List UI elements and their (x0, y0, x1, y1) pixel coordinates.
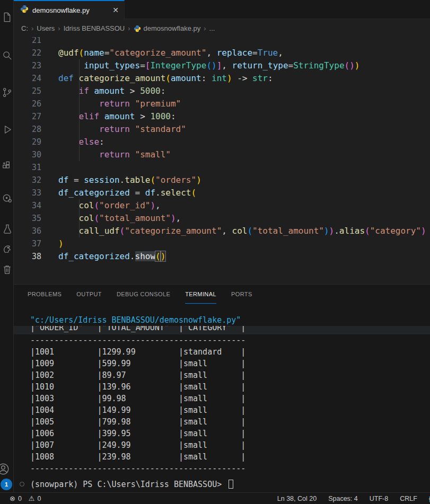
breadcrumb-item[interactable]: ... (209, 24, 215, 32)
problems-status[interactable]: ⊗ 0 ⚠ 0 (10, 494, 41, 502)
breadcrumb-item[interactable]: C: (21, 24, 28, 32)
extensions-icon[interactable] (0, 158, 14, 173)
code-line[interactable]: 25 if amount > 5000: (14, 85, 430, 98)
line-number[interactable]: 32 (14, 174, 41, 187)
warning-icon: ⚠ (29, 494, 35, 502)
line-number[interactable]: 25 (14, 85, 41, 98)
code-line[interactable]: 32df = session.table("orders") (14, 174, 430, 187)
line-number[interactable]: 27 (14, 110, 41, 123)
run-and-debug-icon[interactable] (0, 122, 14, 137)
status-spaces-4[interactable]: Spaces: 4 (328, 495, 358, 502)
code-text: df = session.table("orders") (58, 174, 201, 187)
breadcrumb-separator-icon: › (204, 24, 206, 32)
breadcrumb-separator-icon: › (58, 24, 60, 32)
line-number[interactable]: 35 (14, 212, 41, 225)
notification-badge[interactable]: 1 (1, 479, 12, 490)
python-icon (20, 5, 29, 15)
code-editor[interactable]: 2122@udf(name="categorize_amount", repla… (14, 37, 430, 284)
line-number[interactable]: 29 (14, 136, 41, 148)
code-line[interactable]: 29 else: (14, 136, 430, 148)
terminal-table-row: |1007 |249.99 |small | (14, 439, 430, 451)
code-line[interactable]: 34 col("order_id"), (14, 199, 430, 212)
code-line[interactable]: 23 input_types=[IntegerType()], return_t… (14, 59, 430, 72)
panel-tab-output[interactable]: OUTPUT (76, 285, 102, 304)
code-line[interactable]: 21 (14, 37, 430, 47)
python-icon (134, 25, 141, 34)
line-number[interactable]: 33 (14, 187, 41, 199)
terminal-prompt[interactable]: (snowpark) PS C:\Users\Idriss BENBASSOU> (14, 479, 430, 490)
line-number[interactable]: 36 (14, 225, 41, 237)
terminal-table-row: |1001 |1299.99 |standard | (14, 346, 430, 358)
line-number[interactable]: 34 (14, 199, 41, 212)
account-icon[interactable] (0, 462, 10, 478)
code-line[interactable]: 30 return "small" (14, 148, 430, 161)
code-line[interactable]: 37) (14, 237, 430, 250)
terminal-table-row: |1008 |239.98 |small | (14, 451, 430, 463)
terminal-table-row: |1005 |799.98 |small | (14, 416, 430, 428)
code-line[interactable]: 38df_categorized.show() (14, 250, 430, 263)
close-tab-icon[interactable]: ✕ (112, 6, 119, 14)
breadcrumb-separator-icon: › (128, 24, 130, 32)
code-text: else: (58, 136, 104, 148)
code-text: call_udf("categorize_amount", col("total… (58, 225, 426, 237)
code-line[interactable]: 35 col("total_amount"), (14, 212, 430, 225)
breadcrumb-item[interactable]: demosnowflake.py (144, 24, 201, 32)
line-number[interactable]: 38 (14, 250, 41, 263)
panel-tab-terminal[interactable]: TERMINAL (185, 285, 216, 304)
status-crlf[interactable]: CRLF (400, 495, 417, 502)
code-line[interactable]: 28 return "standard" (14, 123, 430, 136)
line-number[interactable]: 24 (14, 72, 41, 85)
panel-tab-problems[interactable]: PROBLEMS (28, 285, 62, 304)
search-icon[interactable] (0, 48, 14, 63)
command-decoration-icon (20, 482, 24, 487)
code-line[interactable]: 26 return "premium" (14, 98, 430, 110)
panel-tabs: PROBLEMSOUTPUTDEBUG CONSOLETERMINALPORTS (14, 285, 430, 304)
ai-assistant-icon[interactable] (0, 242, 14, 257)
code-line[interactable]: 36 call_udf("categorize_amount", col("to… (14, 225, 430, 237)
error-count: 0 (18, 495, 22, 502)
tab-title: demosnowflake.py (32, 6, 90, 14)
code-line[interactable]: 24def categorize_amount(amount: int) -> … (14, 72, 430, 85)
code-text: input_types=[IntegerType()], return_type… (58, 59, 359, 72)
code-text: col("total_amount"), (58, 212, 181, 225)
terminal-table-row: |1010 |139.96 |small | (14, 381, 430, 393)
code-line[interactable]: 31 (14, 161, 430, 174)
trash-icon[interactable] (0, 262, 14, 277)
tab-demosnowflake[interactable]: demosnowflake.py ✕ (14, 0, 125, 19)
code-text: col("order_id"), (58, 199, 161, 212)
panel-tab-ports[interactable]: PORTS (231, 285, 252, 304)
indent-guide (79, 59, 80, 161)
terminal-table-divider: ----------------------------------------… (14, 463, 430, 474)
error-icon: ⊗ (10, 494, 15, 502)
terminal-table-row: |1002 |89.97 |small | (14, 369, 430, 381)
testing-icon[interactable] (0, 222, 14, 236)
line-number[interactable]: 30 (14, 148, 41, 161)
tab-bar: demosnowflake.py ✕ (14, 0, 430, 19)
line-number[interactable]: 21 (14, 37, 41, 47)
code-line[interactable]: 27 elif amount > 1000: (14, 110, 430, 123)
terminal-script-path: "c:/Users/Idriss BENBASSOU/demosnowflake… (14, 314, 430, 326)
line-number[interactable]: 26 (14, 98, 41, 110)
status-utf-8[interactable]: UTF-8 (370, 495, 388, 502)
line-number[interactable]: 23 (14, 59, 41, 72)
line-number[interactable]: 31 (14, 161, 41, 174)
terminal-table-row: |1006 |399.95 |small | (14, 428, 430, 439)
source-control-icon[interactable] (0, 85, 14, 100)
line-number[interactable]: 28 (14, 123, 41, 136)
terminal[interactable]: "c:/Users/Idriss BENBASSOU/demosnowflake… (14, 304, 430, 493)
code-line[interactable]: 33df_categorized = df.select( (14, 187, 430, 199)
code-text: elif amount > 1000: (58, 110, 176, 123)
code-text: ) (58, 237, 64, 250)
code-text: df_categorized = df.select( (58, 187, 196, 199)
breadcrumb-separator-icon: › (31, 24, 33, 32)
code-line[interactable]: 22@udf(name="categorize_amount", replace… (14, 47, 430, 59)
line-number[interactable]: 22 (14, 47, 41, 59)
files-icon[interactable] (0, 10, 14, 24)
code-text: df_categorized.show() (58, 250, 165, 263)
line-number[interactable]: 37 (14, 237, 41, 250)
panel-tab-debug-console[interactable]: DEBUG CONSOLE (117, 285, 170, 304)
breadcrumb-item[interactable]: Users (37, 24, 55, 32)
status-ln-38-col-20[interactable]: Ln 38, Col 20 (277, 495, 317, 502)
breadcrumb-item[interactable]: Idriss BENBASSOU (64, 24, 125, 32)
remote-explorer-icon[interactable] (0, 191, 14, 206)
